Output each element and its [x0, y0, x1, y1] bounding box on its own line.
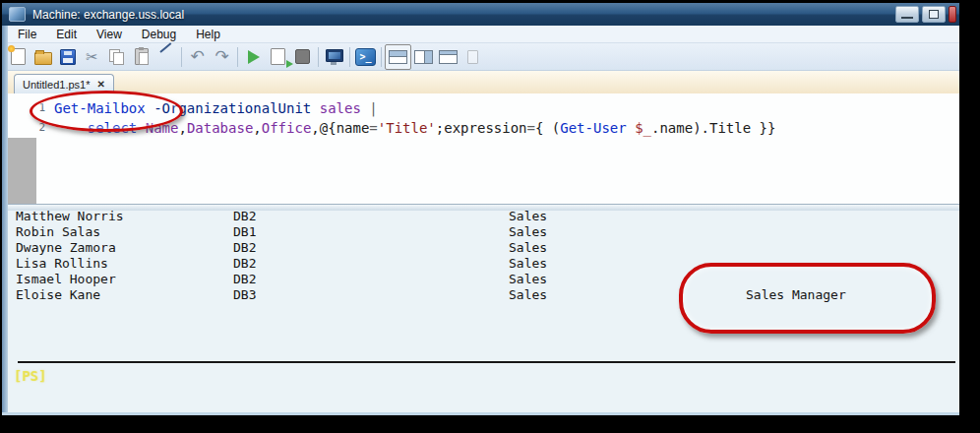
window-left-border: [2, 26, 8, 415]
menu-help[interactable]: Help: [186, 28, 230, 41]
menu-debug[interactable]: Debug: [132, 28, 186, 41]
undo-icon[interactable]: ↶: [185, 45, 210, 69]
ise-window: Machine: exchange.uss.local File Edit Vi…: [2, 3, 959, 415]
close-icon[interactable]: [949, 6, 956, 23]
stop-icon[interactable]: [290, 45, 315, 69]
menu-view[interactable]: View: [87, 28, 132, 41]
console-row: Robin SalasDB1Sales: [2, 224, 959, 240]
console-cell-db: DB2: [233, 256, 256, 272]
console-cell-name: Ismael Hooper: [16, 272, 116, 287]
console-cell-db: DB2: [233, 272, 256, 287]
console-cell-name: Robin Salas: [16, 224, 100, 240]
tab-close-icon[interactable]: ✕: [97, 80, 105, 90]
menu-edit[interactable]: Edit: [46, 28, 87, 41]
menu-bar: File Edit View Debug Help: [2, 26, 959, 43]
window-title: Machine: exchange.uss.local: [32, 8, 184, 22]
console-cell-office: Sales: [509, 287, 547, 303]
toolbar: ✂ ↶ ↷ >_: [2, 43, 959, 71]
run-script-icon[interactable]: [241, 45, 266, 69]
clear-pane-icon[interactable]: [153, 45, 178, 69]
open-script-icon[interactable]: [31, 45, 55, 69]
console-cell-name: Lisa Rollins: [16, 256, 108, 272]
copy-icon[interactable]: [104, 45, 129, 69]
title-bar: Machine: exchange.uss.local: [2, 3, 959, 27]
toolbar-separator: [237, 47, 238, 67]
editor-gutter: [8, 138, 36, 204]
separator-line: [18, 361, 955, 363]
screenshot-root: Machine: exchange.uss.local File Edit Vi…: [0, 0, 980, 433]
toolbar-separator: [381, 47, 382, 67]
layout-script-max-icon[interactable]: [436, 45, 460, 69]
cut-icon[interactable]: ✂: [80, 45, 104, 69]
layout-script-right-icon[interactable]: [411, 45, 436, 69]
tab-strip: Untitled1.ps1* ✕: [2, 71, 959, 94]
console-cell-db: DB1: [233, 224, 256, 240]
red-circle-annotation-sales-manager: [679, 263, 936, 334]
toolbar-separator: [181, 47, 182, 67]
new-remote-tab-icon[interactable]: [322, 45, 346, 69]
console-cell-office: Sales: [509, 224, 547, 240]
console-cell-name: Matthew Norris: [16, 211, 124, 224]
redo-icon[interactable]: ↷: [210, 45, 234, 69]
console-cell-office: Sales: [509, 272, 547, 287]
app-icon: [9, 7, 26, 22]
console-cell-office: Sales: [509, 240, 547, 256]
powershell-exe-icon[interactable]: >_: [353, 45, 378, 69]
save-icon[interactable]: [55, 45, 80, 69]
console-cell-db: DB2: [233, 211, 256, 224]
menu-file[interactable]: File: [8, 28, 46, 41]
run-selection-icon[interactable]: [266, 45, 290, 69]
new-script-icon[interactable]: [6, 45, 31, 69]
console-row: Dwayne ZamoraDB2Sales: [2, 240, 959, 256]
toolbar-overflow-icon[interactable]: [460, 45, 485, 69]
minimize-icon[interactable]: [895, 6, 919, 23]
console-cell-name: Eloise Kane: [16, 287, 100, 303]
toolbar-separator: [318, 47, 319, 67]
red-circle-annotation-get-mailbox: [30, 91, 183, 132]
console-cell-db: DB2: [233, 240, 256, 256]
console-cell-office: Sales: [509, 256, 547, 272]
tab-label: Untitled1.ps1*: [23, 79, 91, 91]
console-cell-db: DB3: [233, 287, 256, 303]
layout-script-top-icon[interactable]: [385, 44, 411, 70]
ps-prompt: [PS]: [14, 368, 47, 384]
console-cell-office: Sales: [509, 211, 547, 224]
toolbar-separator: [349, 47, 350, 67]
console-row: Matthew NorrisDB2Sales: [2, 211, 959, 224]
console-cell-name: Dwayne Zamora: [16, 240, 116, 256]
window-controls: [895, 6, 956, 23]
window-bottom-border: [2, 412, 959, 415]
paste-icon[interactable]: [129, 45, 153, 69]
maximize-icon[interactable]: [922, 6, 946, 23]
